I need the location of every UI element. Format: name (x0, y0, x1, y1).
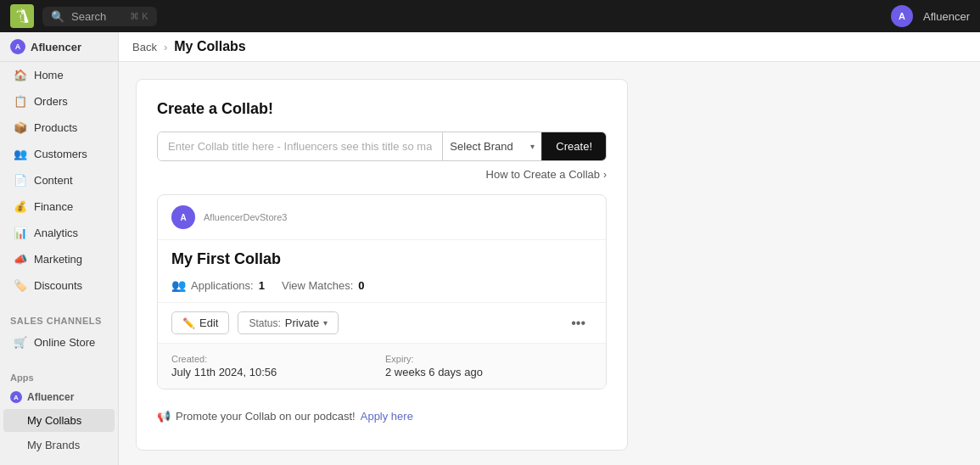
promote-bar: 📢 Promote your Collab on our podcast! Ap… (157, 403, 607, 429)
sidebar-item-orders[interactable]: 📋 Orders (3, 89, 115, 114)
search-shortcut: ⌘ K (130, 11, 148, 22)
sidebar: A Afluencer 🏠 Home 📋 Orders 📦 Products 👥… (0, 32, 119, 465)
created-label: Created: (171, 354, 378, 364)
view-matches-label: View Matches: (282, 279, 353, 292)
sidebar-item-influencers[interactable]: Influencers (3, 458, 115, 465)
collab-stats: 👥 Applications: 1 View Matches: 0 (158, 272, 606, 302)
sidebar-item-my-collabs[interactable]: My Collabs (3, 409, 115, 432)
sub-topbar: Back › My Collabs (119, 32, 980, 62)
created-detail: Created: July 11th 2024, 10:56 (171, 354, 378, 378)
sidebar-home-label: Home (34, 69, 64, 81)
collab-title-input[interactable] (158, 132, 442, 160)
sidebar-orders-label: Orders (34, 95, 68, 108)
online-store-icon: 🛒 (14, 336, 27, 349)
status-label: Status: (249, 317, 280, 329)
how-to-link[interactable]: How to Create a Collab › (157, 168, 607, 181)
products-icon: 📦 (14, 121, 27, 134)
marketing-icon: 📣 (14, 253, 27, 266)
collab-details: Created: July 11th 2024, 10:56 Expiry: 2… (158, 343, 606, 389)
topbar-left: 🔍 Search ⌘ K (10, 4, 157, 28)
content-icon: 📄 (14, 174, 27, 187)
user-avatar[interactable]: A (891, 5, 913, 27)
app-name-label: Afluencer (923, 10, 970, 23)
sidebar-item-discounts[interactable]: 🏷️ Discounts (3, 273, 115, 298)
how-to-text: How to Create a Collab (486, 168, 600, 181)
expiry-label: Expiry: (385, 354, 592, 364)
applications-stat: 👥 Applications: 1 (171, 278, 265, 292)
view-matches-stat: View Matches: 0 (282, 278, 365, 292)
my-brands-label: My Brands (27, 439, 80, 451)
status-value: Private (285, 317, 319, 329)
sidebar-online-store-label: Online Store (34, 336, 95, 349)
collab-item-header: A AfluencerDevStore3 (158, 195, 606, 240)
page-content-area: Create a Collab! Select Brand Create! Ho… (119, 62, 980, 465)
sidebar-item-analytics[interactable]: 📊 Analytics (3, 221, 115, 245)
applications-icon: 👥 (171, 278, 186, 292)
edit-button[interactable]: ✏️ Edit (171, 311, 229, 334)
sidebar-item-finance[interactable]: 💰 Finance (3, 194, 115, 219)
main-layout: A Afluencer 🏠 Home 📋 Orders 📦 Products 👥… (0, 32, 980, 465)
search-text: Search (71, 10, 106, 23)
expiry-value: 2 weeks 6 days ago (385, 366, 592, 378)
sales-channels-header: Sales channels (0, 309, 118, 329)
store-avatar: A (171, 205, 195, 229)
home-icon: 🏠 (14, 69, 27, 81)
sidebar-discounts-label: Discounts (34, 279, 82, 292)
afluencer-app-section: A Afluencer (0, 386, 118, 408)
sidebar-item-home[interactable]: 🏠 Home (3, 63, 115, 87)
finance-icon: 💰 (14, 200, 27, 213)
afluencer-sidebar-icon: A (10, 39, 25, 54)
customers-icon: 👥 (14, 148, 27, 160)
promote-icon: 📢 (157, 410, 171, 423)
search-bar[interactable]: 🔍 Search ⌘ K (42, 7, 157, 26)
sidebar-item-customers[interactable]: 👥 Customers (3, 142, 115, 166)
my-collabs-label: My Collabs (27, 414, 81, 427)
sidebar-item-marketing[interactable]: 📣 Marketing (3, 247, 115, 272)
collab-item: A AfluencerDevStore3 My First Collab 👥 A… (157, 194, 607, 389)
collab-actions: ✏️ Edit Status: Private ▾ ••• (158, 302, 606, 343)
sidebar-customers-label: Customers (34, 148, 87, 160)
collab-input-row: Select Brand Create! (157, 132, 607, 161)
create-collab-button[interactable]: Create! (541, 132, 606, 160)
sidebar-item-products[interactable]: 📦 Products (3, 115, 115, 140)
main-content: Back › My Collabs Create a Collab! Selec… (119, 32, 980, 465)
sidebar-item-my-brands[interactable]: My Brands (3, 434, 115, 457)
sidebar-analytics-label: Analytics (34, 227, 78, 239)
brand-select[interactable]: Select Brand (443, 132, 530, 160)
breadcrumb-separator: › (164, 41, 167, 53)
applications-value: 1 (259, 279, 265, 292)
collab-name: My First Collab (158, 240, 606, 272)
sidebar-finance-label: Finance (34, 200, 73, 213)
status-selector[interactable]: Status: Private ▾ (238, 311, 339, 334)
how-to-arrow-icon: › (603, 169, 607, 181)
topbar: 🔍 Search ⌘ K A Afluencer (0, 0, 980, 32)
applications-label: Applications: (191, 279, 254, 292)
shopify-logo-icon (10, 4, 34, 28)
store-name: AfluencerDevStore3 (204, 212, 287, 222)
sidebar-content-label: Content (34, 174, 73, 187)
created-value: July 11th 2024, 10:56 (171, 366, 378, 378)
sidebar-item-online-store[interactable]: 🛒 Online Store (3, 330, 115, 355)
back-button[interactable]: Back (132, 41, 157, 53)
topbar-right: A Afluencer (891, 5, 970, 27)
status-dropdown-icon: ▾ (323, 318, 328, 328)
afluencer-app-label: Afluencer (27, 391, 74, 403)
view-matches-value: 0 (358, 279, 364, 292)
expiry-detail: Expiry: 2 weeks 6 days ago (385, 354, 592, 378)
sidebar-marketing-label: Marketing (34, 253, 82, 266)
more-icon: ••• (571, 316, 585, 330)
afluencer-app-icon: A (10, 391, 22, 403)
sidebar-item-content[interactable]: 📄 Content (3, 168, 115, 193)
more-options-button[interactable]: ••• (564, 312, 592, 334)
pencil-icon: ✏️ (182, 317, 195, 329)
create-collab-title: Create a Collab! (157, 100, 607, 118)
brand-select-wrapper: Select Brand (442, 132, 541, 160)
discounts-icon: 🏷️ (14, 279, 27, 292)
orders-icon: 📋 (14, 95, 27, 108)
create-collab-card: Create a Collab! Select Brand Create! Ho… (136, 79, 628, 451)
edit-label: Edit (199, 317, 218, 329)
apply-here-link[interactable]: Apply here (361, 410, 413, 423)
search-icon: 🔍 (51, 10, 64, 23)
analytics-icon: 📊 (14, 227, 27, 239)
page-title: My Collabs (174, 39, 245, 54)
